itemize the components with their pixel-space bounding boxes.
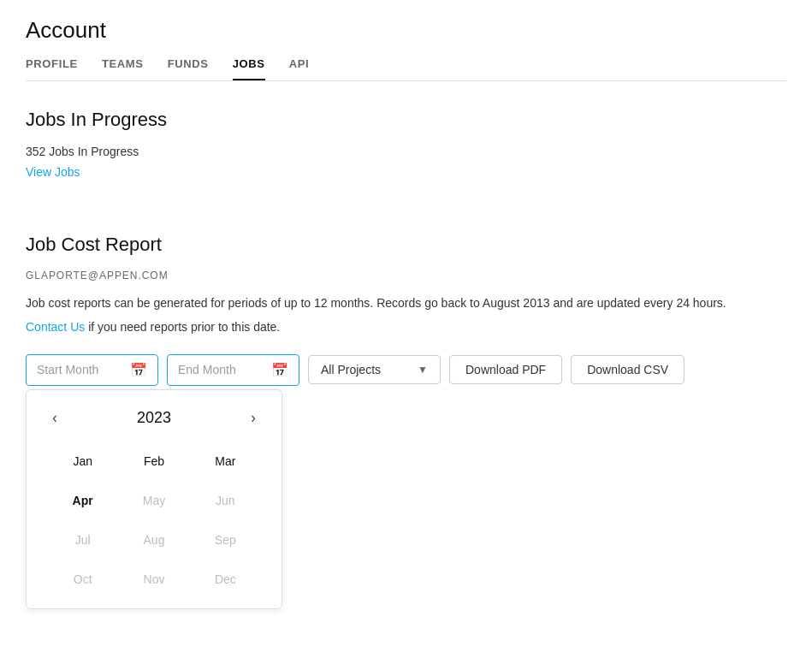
start-month-input[interactable]: Start Month 📅 <box>26 354 158 386</box>
month-cell-jul: Jul <box>47 528 118 552</box>
calendar-year: 2023 <box>137 409 171 427</box>
nav-tabs: PROFILE TEAMS FUNDS JOBS API <box>26 57 786 81</box>
page-title: Account <box>26 17 786 44</box>
view-jobs-link[interactable]: View Jobs <box>26 165 80 179</box>
tab-funds[interactable]: FUNDS <box>168 57 209 80</box>
download-pdf-button[interactable]: Download PDF <box>449 355 562 384</box>
job-cost-report-section: Job Cost Report GLAPORTE@APPEN.COM Job c… <box>26 234 786 609</box>
months-grid: JanFebMarAprMayJunJulAugSepOctNovDec <box>47 449 261 591</box>
user-email: GLAPORTE@APPEN.COM <box>26 270 786 282</box>
contact-us-link[interactable]: Contact Us <box>26 320 85 334</box>
chevron-down-icon: ▼ <box>418 364 428 376</box>
start-month-label: Start Month <box>37 363 98 376</box>
start-month-calendar-icon: 📅 <box>130 362 147 378</box>
download-csv-button[interactable]: Download CSV <box>571 355 685 384</box>
job-cost-report-title: Job Cost Report <box>26 234 786 256</box>
end-month-label: End Month <box>178 363 236 376</box>
month-cell-may: May <box>118 489 189 513</box>
contact-suffix: if you need reports prior to this date. <box>85 320 280 334</box>
month-cell-jun: Jun <box>190 489 261 513</box>
controls-row: Start Month 📅 End Month 📅 All Projects ▼… <box>26 354 786 386</box>
end-month-calendar-icon: 📅 <box>271 362 288 378</box>
month-cell-aug: Aug <box>118 528 189 552</box>
calendar-prev-button[interactable]: ‹ <box>47 407 62 429</box>
contact-line: Contact Us if you need reports prior to … <box>26 317 786 336</box>
month-cell-mar[interactable]: Mar <box>190 449 261 473</box>
tab-jobs[interactable]: JOBS <box>233 57 265 80</box>
month-cell-feb[interactable]: Feb <box>118 449 189 473</box>
month-cell-jan[interactable]: Jan <box>47 449 118 473</box>
month-cell-dec: Dec <box>190 567 261 591</box>
calendar-next-button[interactable]: › <box>246 407 261 429</box>
jobs-in-progress-title: Jobs In Progress <box>26 109 786 131</box>
report-description: Job cost reports can be generated for pe… <box>26 293 786 312</box>
tab-api[interactable]: API <box>289 57 310 80</box>
project-dropdown-label: All Projects <box>321 363 381 376</box>
month-cell-sep: Sep <box>190 528 261 552</box>
tab-profile[interactable]: PROFILE <box>26 57 78 80</box>
month-cell-apr[interactable]: Apr <box>47 489 118 513</box>
end-month-input[interactable]: End Month 📅 <box>167 354 299 386</box>
jobs-count: 352 Jobs In Progress <box>26 145 786 158</box>
jobs-in-progress-section: Jobs In Progress 352 Jobs In Progress Vi… <box>26 109 786 206</box>
calendar-picker: ‹ 2023 › JanFebMarAprMayJunJulAugSepOctN… <box>26 389 282 609</box>
month-cell-oct: Oct <box>47 567 118 591</box>
month-cell-nov: Nov <box>118 567 189 591</box>
tab-teams[interactable]: TEAMS <box>102 57 144 80</box>
calendar-header: ‹ 2023 › <box>47 407 261 429</box>
project-dropdown[interactable]: All Projects ▼ <box>308 355 441 384</box>
